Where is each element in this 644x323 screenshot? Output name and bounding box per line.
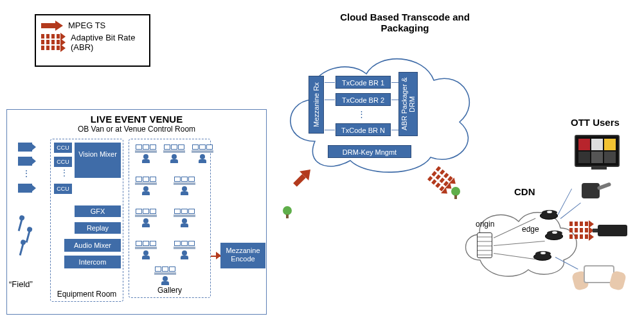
ellipsis-icon: ⋮ bbox=[357, 109, 366, 119]
origin-label: origin bbox=[476, 220, 494, 229]
cdn-title: CDN bbox=[514, 186, 535, 197]
mezzanine-encode-box: Mezzanine Encode bbox=[220, 243, 265, 268]
origin-server-icon bbox=[477, 232, 492, 258]
workstation-icon bbox=[135, 241, 157, 259]
camera-icon bbox=[18, 184, 32, 193]
workstation-icon bbox=[163, 144, 185, 163]
connector-icon bbox=[325, 130, 335, 130]
tree-icon bbox=[282, 205, 293, 218]
workstation-icon bbox=[154, 266, 176, 285]
ccu-box: CCU bbox=[54, 184, 72, 194]
workstation-icon bbox=[135, 177, 157, 195]
gfx-box: GFX bbox=[75, 205, 121, 217]
cloud-icon bbox=[458, 199, 580, 283]
workstation-icon bbox=[174, 177, 195, 195]
gallery-label: Gallery bbox=[129, 286, 210, 295]
legend-abr-label: Adaptive Bit Rate (ABR) bbox=[71, 33, 144, 52]
abr-packager-box: ABR Packager & DRM bbox=[398, 72, 418, 136]
disk-icon bbox=[545, 232, 563, 240]
disk-icon bbox=[533, 253, 551, 261]
camera-icon bbox=[18, 143, 32, 152]
txcode-brn-box: TxCode BR N bbox=[335, 123, 391, 136]
venue-title: LIVE EVENT VENUE bbox=[7, 114, 266, 125]
equipment-room-label: Equipment Room bbox=[51, 290, 123, 299]
venue-subtitle: OB Van or at Venue Control Room bbox=[7, 125, 266, 134]
txcode-br2-box: TxCode BR 2 bbox=[335, 93, 391, 106]
tree-icon bbox=[450, 186, 461, 199]
connector-icon bbox=[391, 100, 398, 100]
vision-mixer-box: Vision Mixer bbox=[75, 143, 121, 178]
settop-box-icon bbox=[582, 183, 600, 198]
mpeg-arrow-icon bbox=[41, 21, 63, 30]
legend-abr-row: Adaptive Bit Rate (ABR) bbox=[41, 33, 144, 52]
connector-icon bbox=[391, 82, 398, 83]
connector-icon bbox=[325, 100, 335, 100]
disk-icon bbox=[540, 212, 558, 220]
ott-title: OTT Users bbox=[571, 117, 620, 128]
drm-key-box: DRM-Key Mngmt bbox=[328, 145, 411, 158]
legend-mpeg-row: MPEG TS bbox=[41, 21, 144, 30]
audio-mixer-box: Audio Mixer bbox=[64, 239, 121, 252]
workstation-icon bbox=[135, 209, 157, 227]
streaming-stick-icon bbox=[598, 225, 627, 236]
workstation-icon bbox=[174, 241, 195, 259]
cloud-icon bbox=[276, 39, 476, 180]
mezzanine-rx-box: Mezzanine Rx bbox=[309, 76, 324, 134]
ellipsis-icon: ⋮ bbox=[22, 168, 31, 179]
connector-icon bbox=[325, 82, 335, 83]
abr-arrow-icon bbox=[569, 222, 595, 241]
legend-mpeg-label: MPEG TS bbox=[68, 21, 105, 30]
workstation-icon bbox=[192, 144, 213, 163]
workstation-icon bbox=[135, 144, 157, 163]
ccu-box: CCU bbox=[54, 143, 72, 153]
ellipsis-icon: ⋮ bbox=[60, 168, 68, 177]
cloud-title: Cloud Based Transcode and Packaging bbox=[321, 12, 488, 33]
camera-icon bbox=[18, 157, 32, 166]
field-label: “Field” bbox=[9, 279, 33, 289]
ccu-box: CCU bbox=[54, 157, 72, 167]
tv-icon bbox=[575, 135, 620, 167]
intercom-box: Intercom bbox=[64, 256, 121, 268]
connector-icon bbox=[391, 130, 398, 130]
phone-in-hands-icon bbox=[573, 260, 625, 292]
legend-box: MPEG TS Adaptive Bit Rate (ABR) bbox=[35, 14, 150, 67]
replay-box: Replay bbox=[75, 222, 121, 234]
workstation-icon bbox=[174, 209, 195, 227]
edge-label: edge bbox=[522, 225, 539, 234]
txcode-br1-box: TxCode BR 1 bbox=[335, 76, 391, 89]
abr-arrow-icon bbox=[41, 34, 67, 51]
